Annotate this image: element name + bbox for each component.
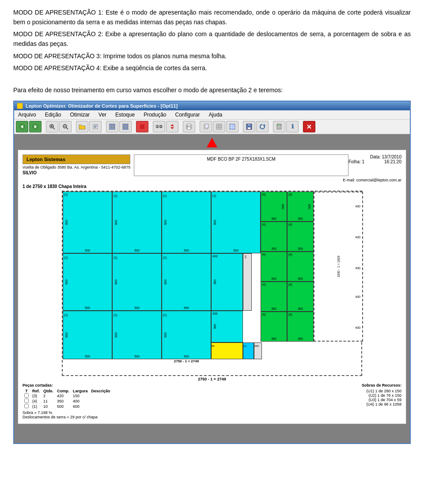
piece-comp-2: 350 [55,399,71,404]
svg-rect-17 [110,127,112,129]
piece-desc-2 [90,399,112,404]
cell-3-3: (1) 600 500 [162,311,211,359]
piece-desc-3 [90,404,112,409]
app-icon [17,103,23,109]
address-line: Vuelta de Obligado 3580 Ba. As. Argentin… [23,165,130,169]
deslocamentos-label: Deslocamentos de serra = 29 por c/ chapa [23,415,112,419]
sobras-section: Sobras de Recursos: (U1) 1 de 280 x 150 … [362,383,401,419]
stop-button[interactable] [136,121,148,132]
application-window: Lepton Optimizer. Otimizador de Cortes p… [13,101,411,444]
cut-diagram: (1) 600 500 (1) 600 500 (1) 600 500 [62,191,362,376]
sobra-u2: (U2) 1 de 76 x 150 [362,393,401,398]
nav-group [16,121,42,132]
piece-checkbox-1[interactable] [24,393,29,398]
back-button[interactable] [16,121,28,132]
open-button[interactable] [76,121,88,132]
col-comp: Comp. [55,389,71,393]
cell-2-1: (1) 600 500 [63,253,112,311]
sheet-time-row: Folha: 1 16:21:20 [348,159,401,164]
svg-rect-28 [187,126,188,127]
grid-view-button[interactable] [106,121,118,132]
table-button-2[interactable] [226,121,238,132]
cell-yellow: 86 [211,342,243,359]
client-name: SILVIO [23,170,130,175]
cell-3-1: (1) 600 500 [63,311,112,359]
print-page: Lepton Sistemas Vuelta de Obligado 3580 … [18,150,406,424]
paragraph-4: MODO DE APRESENTAÇÃO 4: Exibe a seqüênci… [13,64,411,73]
menu-ajuda[interactable]: Ajuda [208,111,224,118]
piece-largura-2: 400 [71,399,90,404]
forward-button[interactable] [29,121,42,132]
menu-estoque[interactable]: Estoque [114,111,136,118]
svg-rect-49 [280,127,281,128]
piece-checkbox-3[interactable] [24,404,29,408]
cell-1-3: (1) 600 500 [162,192,211,253]
svg-rect-51 [279,128,280,129]
zoom-out-button[interactable] [59,121,72,132]
cell-right-col2-5: (4) 350 [287,312,314,342]
time-label: 16:21:20 [384,159,401,164]
print-button[interactable] [183,121,195,132]
cell-right-col2-1: (4) 350 400 [287,192,314,222]
svg-rect-43 [247,127,251,129]
piece-row-3: (1) 10 500 600 [23,404,112,409]
material-block: MDF BCO BP 2F 275X183X1.5CM [134,154,348,176]
piece-t-1 [23,393,30,399]
copy-button[interactable] [200,121,212,132]
svg-rect-27 [187,127,191,129]
piece-largura-1: 150 [71,393,90,399]
cell-right-2-2: (4) 350 [261,282,287,312]
svg-marker-23 [170,124,174,126]
menu-bar: Arquivo Edição Otimizar Ver Estoque Prod… [14,110,410,120]
calculator-button[interactable] [273,121,285,132]
email-line: E-mail: comercial@lepton.com.ar [23,178,401,182]
num-view-button[interactable]: ①② [153,121,165,132]
svg-rect-22 [140,124,144,129]
piece-qtde-3: 10 [42,404,55,409]
piece-largura-3: 600 [71,404,90,409]
window-title: Lepton Optimizer. Otimizador de Cortes p… [26,103,178,109]
piece-ref-3: (1) [30,404,42,409]
cell-right-2-1: (4) 350 [261,252,287,282]
cell-3-2: (1) 600 500 [112,311,162,359]
diagram-container: (1) 600 500 (1) 600 500 (1) 600 500 [23,191,401,381]
pieces-table-data: T Ref. Qtde. Comp. Largura Descrição [23,389,112,409]
arrow-button[interactable] [166,121,178,132]
zoom-in-button[interactable] [46,121,58,132]
sheet-label: Folha: 1 [348,159,364,164]
piece-qtde-2: 11 [42,399,55,404]
menu-ver[interactable]: Ver [97,111,108,118]
cell-small-1: U1 [243,342,254,359]
piece-qtde-1: 2 [42,393,55,399]
cell-right-1-2: (4) 350 [261,222,287,252]
svg-rect-50 [277,128,278,129]
cell-small-2: 280 [254,342,262,359]
menu-arquivo[interactable]: Arquivo [17,111,38,118]
piece-desc-1 [90,393,112,399]
print-header: Lepton Sistemas Vuelta de Obligado 3580 … [23,154,401,176]
svg-rect-20 [123,126,128,128]
menu-otimizar[interactable]: Otimizar [68,111,91,118]
cell-right-col2-4: (4) 350 [287,282,314,312]
sobra-u4: (U4) 1 de 96 x 1058 [362,402,401,406]
sobra-percent: Sobra = 7.198 % [23,410,112,415]
pieces-left-section: Peças cortadas: T Ref. Qtde. Comp. Largu… [23,383,112,419]
menu-edicao[interactable]: Edição [44,111,63,118]
cell-2-2: (1) 600 500 [112,253,162,311]
menu-producao[interactable]: Produção [142,111,167,118]
sobra-u1: (U1) 1 de 280 x 150 [362,389,401,393]
list-view-button[interactable] [119,121,132,132]
svg-rect-31 [216,124,222,129]
menu-configurar[interactable]: Configurar [174,111,201,118]
svg-rect-26 [187,124,191,126]
table-button-1[interactable] [213,121,225,132]
edit-button[interactable] [89,121,102,132]
sobras-title: Sobras de Recursos: [362,383,401,387]
refresh-button[interactable] [256,121,269,132]
piece-checkbox-2[interactable] [24,399,29,403]
svg-line-5 [53,128,55,129]
info-button[interactable]: ℹ [286,121,299,132]
save-button[interactable] [243,121,255,132]
col-ref: Ref. [30,389,42,393]
close-button[interactable] [303,121,315,132]
